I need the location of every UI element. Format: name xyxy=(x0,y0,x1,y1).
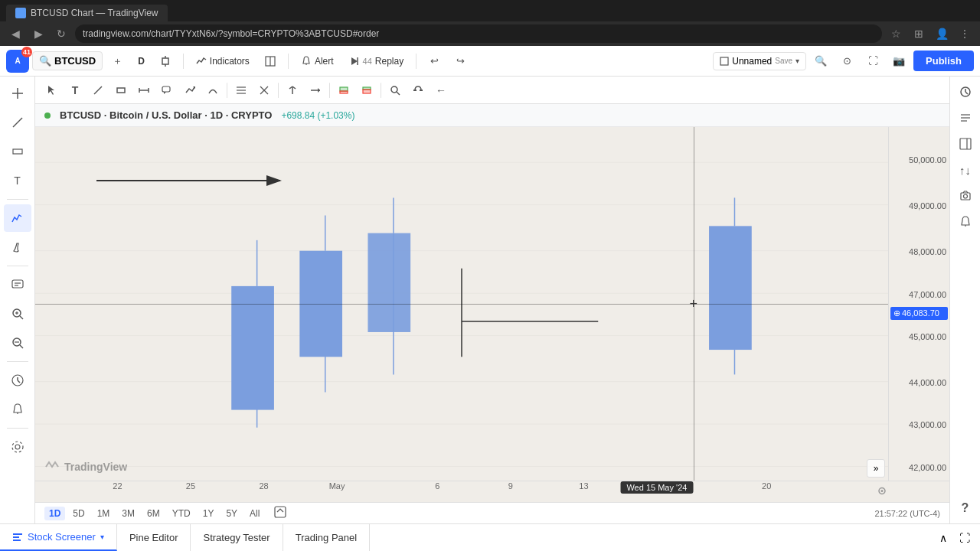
brush-tool[interactable] xyxy=(4,233,31,261)
data-window-button[interactable] xyxy=(953,106,978,130)
replay-label: Replay xyxy=(375,56,403,67)
save-label: Save xyxy=(775,57,792,65)
strategy-tester-tab[interactable]: Strategy Tester xyxy=(191,524,283,551)
redo-button[interactable]: ↪ xyxy=(449,50,472,73)
draw-hline-tool[interactable] xyxy=(133,80,155,101)
draw-arrow-tool[interactable] xyxy=(179,80,201,101)
tf-1m[interactable]: 1M xyxy=(93,507,115,520)
tab-title: BTCUSD Chart — TradingView xyxy=(31,8,158,18)
symbol-full-name: BTCUSD · Bitcoin / U.S. Dollar · 1D · CR… xyxy=(60,109,272,121)
object-tree-button[interactable]: ↑↓ xyxy=(953,158,978,182)
forward-button[interactable]: ▶ xyxy=(29,24,47,43)
help-button[interactable]: ? xyxy=(953,496,978,520)
undo-button[interactable]: ↩ xyxy=(423,50,446,73)
chart-type-tool[interactable] xyxy=(4,204,31,232)
screenshot-button[interactable]: 📷 xyxy=(887,50,910,73)
current-price-box: ⊕ 46,083.70 xyxy=(890,307,948,320)
extensions-button[interactable]: ⊞ xyxy=(910,24,928,43)
short-position-tool[interactable] xyxy=(356,80,377,101)
reset-zoom-btn[interactable] xyxy=(273,505,287,521)
panel-maximize-button[interactable]: ⛶ xyxy=(956,529,974,547)
settings-tool[interactable] xyxy=(4,433,31,461)
svg-rect-70 xyxy=(299,251,342,357)
tf-6m[interactable]: 6M xyxy=(142,507,165,520)
draw-rect-tool[interactable] xyxy=(110,80,132,101)
measure-tool[interactable] xyxy=(4,138,31,165)
divider-3 xyxy=(416,54,416,69)
active-tab[interactable]: BTCUSD Chart — TradingView xyxy=(6,5,168,21)
candlestick-chart[interactable] xyxy=(35,127,888,481)
zoom-tool[interactable] xyxy=(384,80,406,101)
stock-screener-tab[interactable]: Stock Screener ▾ xyxy=(0,524,117,551)
draw-arc-tool[interactable] xyxy=(202,80,224,101)
draw-callout-tool[interactable] xyxy=(156,80,178,101)
cursor-tool[interactable] xyxy=(41,80,63,101)
pitchfork-tool[interactable] xyxy=(282,80,303,101)
pine-editor-label: Pine Editor xyxy=(129,532,178,543)
svg-rect-91 xyxy=(961,193,970,200)
layout-right-button[interactable] xyxy=(953,132,978,156)
tf-all[interactable]: All xyxy=(245,507,264,520)
alerts-right-button[interactable] xyxy=(953,210,978,234)
tf-5d[interactable]: 5D xyxy=(68,507,89,520)
fullscreen-button[interactable]: ⊙ xyxy=(835,50,858,73)
symbol-input[interactable]: BTCUSD xyxy=(54,55,96,67)
panel-collapse-button[interactable]: ∧ xyxy=(934,529,952,547)
publish-button[interactable]: Publish xyxy=(913,51,974,71)
trend-line-tool[interactable] xyxy=(4,109,31,136)
fullscreen2-button[interactable]: ⛶ xyxy=(861,50,884,73)
back-button[interactable]: ◀ xyxy=(6,24,24,43)
top-toolbar: A 41 🔍 BTCUSD ＋ D Indicators Alert 44 xyxy=(0,46,980,77)
trading-panel-tab[interactable]: Trading Panel xyxy=(283,524,370,551)
tf-1y[interactable]: 1Y xyxy=(198,507,219,520)
draw-line-tool[interactable] xyxy=(87,80,109,101)
pine-editor-tab[interactable]: Pine Editor xyxy=(117,524,191,551)
gann-tool[interactable] xyxy=(253,80,275,101)
tv-logo[interactable]: A 41 xyxy=(6,50,29,73)
magnet-tool[interactable] xyxy=(407,80,429,101)
bookmark-button[interactable]: ☆ xyxy=(887,24,905,43)
watchlist-button[interactable] xyxy=(953,80,978,104)
address-bar[interactable]: tradingview.com/chart/TYYxtN6x/?symbol=C… xyxy=(75,24,882,43)
tf-1d[interactable]: 1D xyxy=(44,507,65,520)
tf-5y[interactable]: 5Y xyxy=(221,507,242,520)
indicators-button[interactable]: Indicators xyxy=(190,53,256,70)
tf-ytd[interactable]: YTD xyxy=(168,507,195,520)
watchlist-tool[interactable] xyxy=(4,367,31,394)
fib-tool[interactable] xyxy=(230,80,252,101)
search-button[interactable]: 🔍 xyxy=(809,50,832,73)
unnamed-button[interactable]: Unnamed Save ▾ xyxy=(713,52,806,70)
text-tool[interactable]: T xyxy=(4,167,31,194)
expand-scroll-button[interactable]: » xyxy=(867,459,885,478)
chart-canvas[interactable]: + 50,000.00 49,000.00 48,000.00 47,000.0… xyxy=(35,127,949,481)
menu-button[interactable]: ⋮ xyxy=(956,24,974,43)
tf-3m[interactable]: 3M xyxy=(117,507,139,520)
alert-tool[interactable] xyxy=(4,396,31,423)
extend-tool[interactable] xyxy=(305,80,326,101)
zoom-out-tool[interactable] xyxy=(4,329,31,357)
crosshair-tool[interactable] xyxy=(4,80,31,107)
more-tools-btn[interactable]: ← xyxy=(430,80,452,101)
screenshot-right-button[interactable] xyxy=(953,184,978,208)
trading-panel-label: Trading Panel xyxy=(296,532,357,543)
svg-point-27 xyxy=(15,445,20,449)
layout-button[interactable] xyxy=(259,53,282,70)
candle-type-button[interactable] xyxy=(154,50,177,73)
timeframe-bar: 1D 5D 1M 3M 6M YTD 1Y 5Y All 21:57:22 (U… xyxy=(35,502,949,523)
long-position-tool[interactable] xyxy=(333,80,354,101)
profile-button[interactable]: 👤 xyxy=(933,24,951,43)
replay-button[interactable]: 44 Replay xyxy=(343,53,410,70)
svg-line-17 xyxy=(20,316,23,319)
add-symbol-button[interactable]: ＋ xyxy=(106,50,129,73)
timeframe-button[interactable]: D xyxy=(132,53,151,70)
time-13: 13 xyxy=(579,481,588,491)
alert-button[interactable]: Alert xyxy=(295,53,340,70)
time-25: 25 xyxy=(186,481,195,491)
comment-tool[interactable] xyxy=(4,271,31,298)
svg-rect-89 xyxy=(960,139,971,149)
svg-rect-0 xyxy=(162,58,168,64)
draw-text-tool[interactable]: T xyxy=(64,80,86,101)
zoom-in-tool[interactable] xyxy=(4,300,31,328)
refresh-button[interactable]: ↻ xyxy=(52,24,70,43)
symbol-search[interactable]: 🔍 BTCUSD xyxy=(32,51,103,70)
